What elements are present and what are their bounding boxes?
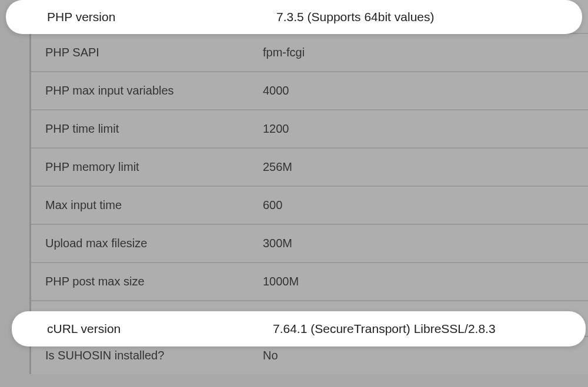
row-value: 300M <box>263 237 574 250</box>
row-label: PHP memory limit <box>45 160 263 174</box>
table-row: Upload max filesize 300M <box>31 225 588 263</box>
row-value: fpm-fcgi <box>263 46 574 59</box>
table-row: Max input time 600 <box>31 187 588 225</box>
table-row: PHP SAPI fpm-fcgi <box>31 34 588 72</box>
row-label: PHP time limit <box>45 122 263 136</box>
row-value: 600 <box>263 198 574 212</box>
row-label: Max input time <box>45 198 263 212</box>
highlight-php-version: PHP version 7.3.5 (Supports 64bit values… <box>6 0 582 34</box>
table-row: PHP time limit 1200 <box>31 110 588 149</box>
php-version-value: 7.3.5 (Supports 64bit values) <box>276 10 435 24</box>
table-row: PHP max input variables 4000 <box>31 72 588 110</box>
php-version-label: PHP version <box>47 10 276 24</box>
table-row: PHP post max size 1000M <box>31 263 588 301</box>
row-label: Upload max filesize <box>45 237 263 250</box>
table-row: PHP memory limit 256M <box>31 149 588 187</box>
row-label: Is SUHOSIN installed? <box>45 349 263 362</box>
row-label: PHP max input variables <box>45 84 263 97</box>
row-value: 1200 <box>263 122 574 136</box>
row-value: 256M <box>263 160 574 174</box>
row-value: 4000 <box>263 84 574 97</box>
row-label: PHP post max size <box>45 275 263 288</box>
highlight-curl-version: cURL version 7.64.1 (SecureTransport) Li… <box>12 311 586 346</box>
row-value: No <box>263 349 574 362</box>
curl-version-value: 7.64.1 (SecureTransport) LibreSSL/2.8.3 <box>273 322 496 336</box>
row-value: 1000M <box>263 275 574 288</box>
row-label: PHP SAPI <box>45 46 263 59</box>
curl-version-label: cURL version <box>47 322 273 336</box>
